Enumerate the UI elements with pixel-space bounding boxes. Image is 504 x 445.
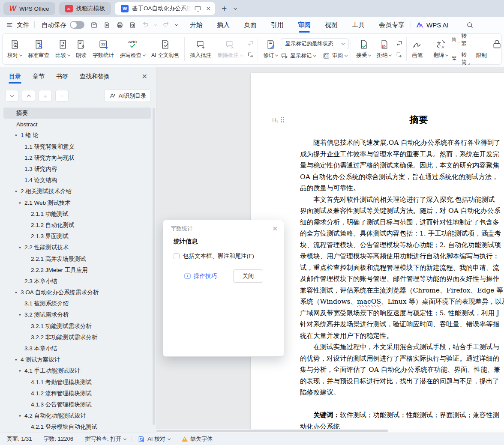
toc-item[interactable]: ▼ 2.1 Web 测试技术 [3,197,151,209]
navigation-tab[interactable]: 目录 [9,68,21,84]
next-change-icon[interactable] [396,51,403,59]
toc-item[interactable]: ▼ 3 OA 自动化办公系统需求分析 [3,287,151,298]
undo-icon[interactable] [142,21,149,29]
toc-item[interactable]: ▼ 3.2.1 功能测试需求分析 [3,321,151,332]
translate-button[interactable]: 文A 翻译 [430,38,451,60]
toc-item[interactable]: ▼ 3.1 被测系统介绍 [3,298,151,309]
close-dialog-button[interactable]: 关闭 [233,269,263,283]
collapse-all-button[interactable] [5,90,18,102]
horizontal-scrollbar-thumb[interactable] [156,430,388,432]
expand-triangle-icon[interactable]: ▼ [18,201,22,205]
previous-comment-icon[interactable] [247,40,254,47]
tips-link[interactable]: 操作技巧 [184,272,217,280]
previous-change-icon[interactable] [396,40,403,47]
print-icon[interactable] [116,21,123,29]
spellcheck-status[interactable]: 拼写检查: 打开 [85,435,126,443]
simplified-to-traditional-button[interactable]: 简→ 转繁 [452,33,467,47]
close-pane-icon[interactable]: ✕ [142,72,147,81]
proofread-button[interactable]: 校对 [4,38,25,60]
menu-tab[interactable]: 会员专享 [378,18,405,32]
menu-tab[interactable]: 视图 [324,18,339,32]
menu-tab[interactable]: 引用 [270,18,285,32]
toc-item[interactable]: ▼ 2.1.1 功能测试 [3,209,151,220]
ai-polish-button[interactable]: AI 全文润色 [148,38,182,60]
tab-list-chevron-icon[interactable] [234,6,237,9]
tab-docer-templates[interactable]: AI 找稻壳模板 [59,2,111,15]
page-indicator[interactable]: 页面: 1/31 [7,435,32,443]
toc-item[interactable]: ▼ 摘要 [3,108,151,119]
sidebar-scrollbar[interactable] [153,108,155,425]
autosave-control[interactable]: 自动保存 [42,21,84,29]
file-menu-button[interactable]: 文件 [6,21,29,29]
markup-state-dropdown[interactable]: 显示标记的最终状态 [281,39,348,49]
toc-item[interactable]: ▼ 4 测试方案设计 [3,354,151,365]
zoom-out-toc-button[interactable]: − [55,90,69,102]
toc-item[interactable]: ▼ 4.1.3 公告管理模块测试 [3,399,151,410]
track-changes-button[interactable]: 修订 [260,38,281,60]
undo-history-chevron-icon[interactable] [154,23,157,26]
menu-tab[interactable]: 工具 [351,18,366,32]
restrict-editing-button[interactable]: 限制 [472,38,504,60]
toc-item[interactable]: ▼ Abstract [3,119,151,130]
zoom-in-toc-button[interactable]: + [39,90,52,102]
toc-item[interactable]: ▼ 4.1.2 流程管理模块测试 [3,388,151,399]
tab-document[interactable]: W 基于OA自动化办公系统的系统 ✕ [115,2,215,15]
expand-triangle-icon[interactable]: ▼ [18,313,22,317]
toc-item[interactable]: ▼ 4.2.1 登录模块自动化测试 [3,421,151,433]
include-footnotes-checkbox[interactable] [174,253,180,259]
toc-item[interactable]: ▼ 2.3 本章小结 [3,276,151,287]
standard-review-button[interactable]: 标准审查 [25,38,52,60]
expand-all-button[interactable] [22,90,35,102]
autosave-toggle[interactable] [70,21,84,29]
close-dialog-icon[interactable]: ✕ [272,225,278,233]
review-pane-button[interactable]: 审阅 [323,52,347,60]
menu-tab[interactable]: 页面 [243,18,258,32]
navigation-tab[interactable]: 书签 [56,68,69,84]
toc-item[interactable]: ▼ 2.2.2 JMeter 工具应用 [3,265,151,276]
print-preview-icon[interactable] [129,21,136,29]
expand-triangle-icon[interactable]: ▼ [18,369,22,373]
menu-tab[interactable]: 审阅 [297,18,312,32]
cast-screen-icon[interactable] [194,5,201,12]
toc-item[interactable]: ▼ 4.2 自动化功能测试设计 [3,410,151,421]
menu-tab[interactable]: 插入 [216,18,231,32]
toc-item[interactable]: ▼ 3.2.2 非功能测试需求分析 [3,332,151,343]
toc-item[interactable]: ▼ 3.3 本章小结 [3,343,151,354]
toc-item[interactable]: ▼ 4.1.1 考勤管理模块测试 [3,377,151,388]
insert-comment-button[interactable]: 插入批注 [187,38,214,60]
delete-comment-button[interactable]: 删除批注 [214,38,246,60]
toc-item[interactable]: ▼ 2.1.3 界面测试 [3,231,151,242]
wps-ai-button[interactable]: WPS AI [416,21,449,29]
reject-change-button[interactable]: 拒绝 [374,38,394,60]
ai-recognize-toc-button[interactable]: AI识别目录 [104,90,151,102]
toc-item[interactable]: ▼ 1.1 研究背景和意义 [3,141,151,152]
expand-triangle-icon[interactable]: ▼ [14,291,18,295]
read-aloud-button[interactable]: 朗读 [73,38,90,60]
tab-wps-office[interactable]: W WPS Office [3,2,55,15]
expand-triangle-icon[interactable]: ▼ [14,358,18,362]
document-page[interactable]: H₁ 摘要 随着信息技术的飞速发展,OA 自动化办公系统在各行各业得到了成为提升… [251,73,504,433]
close-tab-icon[interactable]: ✕ [205,5,212,12]
new-tab-button[interactable]: + [219,3,229,14]
navigation-tab[interactable]: 章节 [32,68,45,84]
toc-item[interactable]: ▼ 2 相关测试技术介绍 [3,186,151,197]
word-count-button[interactable]: 12 字数统计 [90,38,117,60]
missing-font-warning[interactable]: 缺失字体 [182,435,213,443]
menu-tab[interactable]: 开始 [189,18,204,32]
toc-item[interactable]: ▼ 1.3 研究内容 [3,164,151,175]
toc-item[interactable]: ▼ 2.2.1 高并发场景测试 [3,253,151,264]
group-expand-icon[interactable]: ⌟ [468,60,470,65]
next-comment-icon[interactable] [247,51,254,59]
save-icon[interactable] [90,21,98,29]
toc-item[interactable]: ▼ 1.2 研究方向与现状 [3,152,151,164]
toc-item[interactable]: ▼ 2.2 性能测试技术 [3,242,151,253]
expand-triangle-icon[interactable]: ▼ [18,246,22,250]
navigation-tab[interactable]: 查找和替换 [79,68,110,84]
search-icon[interactable] [466,21,474,29]
include-footnotes-option[interactable]: 包括文本框、脚注和尾注(F) [174,252,273,260]
more-commands-chevron-icon[interactable] [175,22,178,26]
word-count-indicator[interactable]: 字数: 12206 [44,435,73,443]
spellcheck-button[interactable]: ABC 拼写检查 [117,38,148,60]
toc-item[interactable]: ▼ 4.1 手工功能测试设计 [3,365,151,376]
ai-proofread-button[interactable]: AI 校对 [138,435,170,443]
